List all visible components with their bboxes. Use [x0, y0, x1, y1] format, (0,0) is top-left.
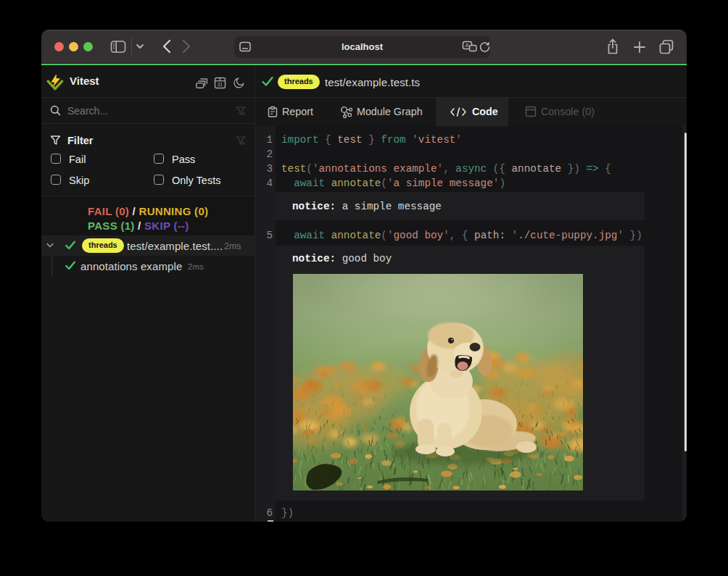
svg-text:31: 31 — [217, 82, 223, 87]
svg-text:A: A — [465, 42, 469, 49]
